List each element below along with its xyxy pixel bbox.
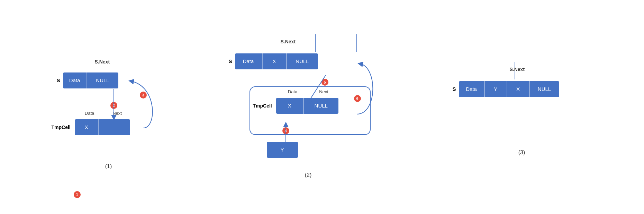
badge-3: 3 bbox=[140, 92, 147, 99]
tmpcell-next-val-1 bbox=[99, 119, 130, 135]
s-null-2: NULL bbox=[287, 53, 318, 69]
s-x-3: X bbox=[507, 81, 530, 97]
tmpcell-headers-1: Data Next bbox=[78, 111, 133, 116]
tmpcell-label-1: TmpCell bbox=[52, 125, 71, 130]
badge-6: 6 bbox=[354, 95, 361, 102]
s-data-3: Data bbox=[459, 81, 485, 97]
s-data-2: Data bbox=[235, 53, 263, 69]
section-1: S.Next S Data NULL Data Next 1 TmpCell X bbox=[50, 48, 167, 173]
s-label-1: S bbox=[57, 77, 60, 83]
badge-2: 2 bbox=[110, 102, 117, 109]
section-label-3: (3) bbox=[518, 149, 525, 156]
badge-4: 4 bbox=[282, 127, 289, 134]
tmpcell-label-2: TmpCell bbox=[253, 103, 272, 109]
section-label-2: (2) bbox=[305, 172, 312, 178]
s-null-1: NULL bbox=[87, 72, 118, 88]
s-node-3: Data Y X NULL bbox=[459, 81, 559, 97]
s-row-2: S Data X NULL bbox=[229, 53, 318, 69]
badge-5: 5 bbox=[321, 79, 328, 86]
tmpcell-row-2: TmpCell X NULL bbox=[253, 98, 338, 114]
diagram-container: S.Next S Data NULL Data Next 1 TmpCell X bbox=[0, 0, 644, 214]
s-row-1: S Data NULL bbox=[57, 72, 118, 88]
tmpcell-null-2: NULL bbox=[304, 98, 338, 114]
s-row-3: S Data Y X NULL bbox=[453, 81, 559, 97]
tmpcell-x-2: X bbox=[276, 98, 304, 114]
s-x-2: X bbox=[263, 53, 287, 69]
s-next-label-3: S.Next bbox=[510, 66, 525, 72]
tmpcell-next-header-1: Next bbox=[102, 111, 133, 116]
s-label-2: S bbox=[229, 58, 232, 64]
tmpcell-headers-2: Data Next bbox=[279, 89, 341, 94]
s-next-label-2: S.Next bbox=[281, 38, 296, 45]
tmpcell-next-header-2: Next bbox=[307, 89, 341, 94]
s-null-3: NULL bbox=[530, 81, 559, 97]
s-data-1: Data bbox=[63, 72, 87, 88]
s-next-label-1: S.Next bbox=[95, 59, 110, 65]
y-node-2: Y bbox=[267, 142, 298, 158]
tmpcell-row-1: 1 TmpCell X bbox=[52, 119, 130, 135]
tmpcell-node-2: X NULL bbox=[276, 98, 338, 114]
s-label-3: S bbox=[453, 86, 456, 92]
section-3: S.Next S Data Y X NULL (3) bbox=[449, 62, 595, 159]
s-y-3: Y bbox=[485, 81, 507, 97]
section-2: S.Next S Data X NULL 5 Data Next TmpCell… bbox=[225, 34, 391, 180]
tmpcell-data-header-2: Data bbox=[279, 89, 307, 94]
s-node-1: Data NULL bbox=[63, 72, 118, 88]
s-node-2: Data X NULL bbox=[235, 53, 318, 69]
tmpcell-x-1: X bbox=[75, 119, 99, 135]
tmpcell-node-1: X bbox=[75, 119, 130, 135]
section-label-1: (1) bbox=[105, 163, 112, 170]
y-cell-2: Y bbox=[267, 142, 298, 158]
arrows-3 bbox=[449, 62, 595, 159]
badge-1: 1 bbox=[74, 191, 81, 198]
tmpcell-data-header-1: Data bbox=[78, 111, 102, 116]
